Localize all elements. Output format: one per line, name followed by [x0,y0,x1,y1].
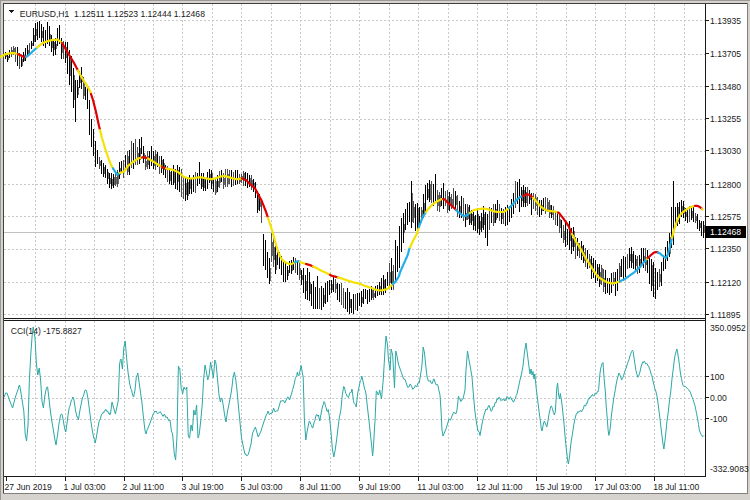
svg-text:27 Jun 2019: 27 Jun 2019 [5,482,53,492]
svg-text:350.0952: 350.0952 [710,323,746,333]
svg-text:1 Jul 03:00: 1 Jul 03:00 [64,482,106,492]
svg-text:17 Jul 03:00: 17 Jul 03:00 [594,482,641,492]
svg-text:3 Jul 19:00: 3 Jul 19:00 [182,482,224,492]
svg-text:9 Jul 19:00: 9 Jul 19:00 [358,482,400,492]
svg-text:1.12120: 1.12120 [710,278,741,288]
svg-text:1.12350: 1.12350 [710,244,741,254]
svg-text:1.12800: 1.12800 [710,180,741,190]
svg-text:1.13705: 1.13705 [710,49,741,59]
svg-text:11 Jul 03:00: 11 Jul 03:00 [417,482,463,492]
svg-text:-332.9083: -332.9083 [710,464,749,474]
svg-text:15 Jul 19:00: 15 Jul 19:00 [535,482,582,492]
svg-text:0.00: 0.00 [710,393,727,403]
svg-text:1.13255: 1.13255 [710,114,741,124]
svg-text:EURUSD,H1 1.12511 1.12523 1.1: EURUSD,H1 1.12511 1.12523 1.12444 1.1246… [20,9,205,19]
svg-text:1.13935: 1.13935 [710,16,741,26]
svg-text:1.13030: 1.13030 [710,146,741,156]
svg-text:18 Jul 11:00: 18 Jul 11:00 [653,482,699,492]
svg-text:1.11895: 1.11895 [710,310,741,320]
svg-text:100: 100 [710,372,725,382]
svg-text:5 Jul 03:00: 5 Jul 03:00 [240,482,282,492]
svg-text:1.13480: 1.13480 [710,82,741,92]
svg-text:1.12575: 1.12575 [710,212,741,222]
svg-text:12 Jul 11:00: 12 Jul 11:00 [476,482,522,492]
svg-text:CCI(14) -175.8827: CCI(14) -175.8827 [11,326,82,336]
svg-text:1.12468: 1.12468 [710,227,741,237]
svg-text:8 Jul 11:00: 8 Jul 11:00 [299,482,341,492]
svg-text:2 Jul 11:00: 2 Jul 11:00 [123,482,165,492]
svg-text:-100: -100 [710,414,727,424]
